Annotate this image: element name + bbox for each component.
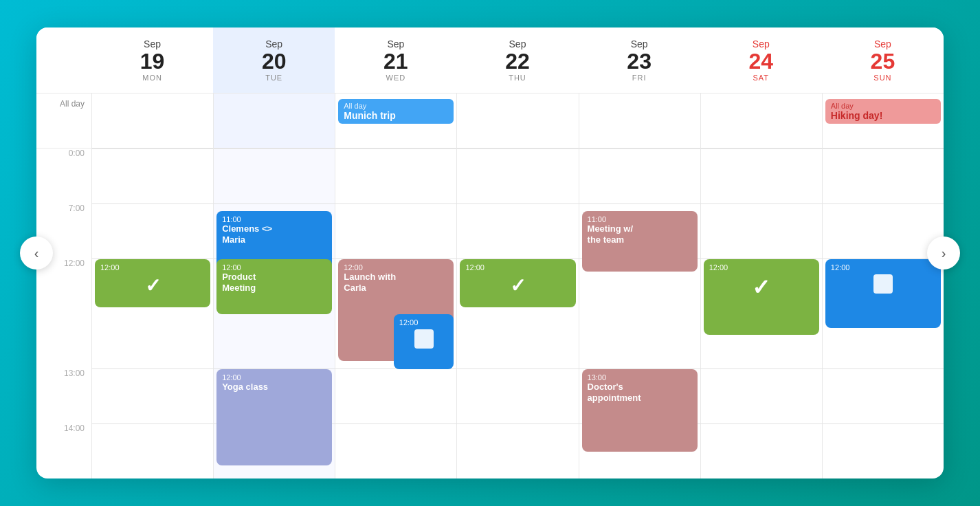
- allday-sun: All day Hiking day!: [822, 94, 944, 148]
- allday-fri: [579, 94, 700, 148]
- header-empty: [36, 28, 91, 93]
- allday-tue: [213, 94, 335, 148]
- cell-tue-12: 12:00 ProductMeeting: [213, 258, 335, 368]
- cell-tue-7: 11:00 Clemens <>Maria: [213, 204, 335, 258]
- next-button[interactable]: ›: [927, 236, 960, 270]
- allday-thu: [456, 94, 578, 148]
- time-label-0: 0:00: [36, 148, 91, 204]
- header-day-tue: Sep 20 TUE: [213, 28, 335, 93]
- event-yoga-class[interactable]: 12:00 Yoga class: [216, 369, 332, 465]
- prev-button[interactable]: ‹: [20, 236, 53, 270]
- cell-thu-14: [456, 424, 578, 478]
- cell-sat-12: 12:00 ✓: [700, 258, 822, 368]
- calendar: Sep 19 MON Sep 20 TUE Sep 21 WED Sep 22 …: [36, 28, 944, 478]
- calendar-header: Sep 19 MON Sep 20 TUE Sep 21 WED Sep 22 …: [36, 28, 944, 94]
- cell-thu-13: [456, 368, 578, 424]
- allday-label: All day: [36, 94, 91, 148]
- event-mon-check[interactable]: 12:00 ✓: [95, 259, 210, 307]
- cell-sun-7: [822, 204, 944, 258]
- allday-wed: All day Munich trip: [335, 94, 456, 148]
- cell-sun-0: [822, 148, 944, 204]
- time-label-13: 13:00: [36, 368, 91, 424]
- cell-sat-14: [700, 424, 822, 478]
- cell-mon-0: [91, 148, 213, 204]
- cell-mon-7: [91, 204, 213, 258]
- cell-tue-13: 12:00 Yoga class: [213, 368, 335, 424]
- cell-fri-13: 13:00 Doctor'sappointment: [579, 368, 700, 424]
- header-day-fri: Sep 23 FRI: [579, 28, 700, 93]
- header-day-wed: Sep 21 WED: [335, 28, 456, 93]
- cell-tue-0: [213, 148, 335, 204]
- event-meeting-team[interactable]: 11:00 Meeting w/the team: [582, 211, 698, 272]
- cell-thu-12: 12:00 ✓: [456, 258, 578, 368]
- header-day-sun: Sep 25 SUN: [822, 28, 944, 93]
- cell-sat-7: [700, 204, 822, 258]
- cell-wed-14: [335, 424, 456, 478]
- cell-thu-7: [456, 204, 578, 258]
- event-sun-square[interactable]: 12:00: [825, 259, 941, 328]
- event-munich-trip[interactable]: All day Munich trip: [338, 99, 454, 124]
- event-thu-check[interactable]: 12:00 ✓: [460, 259, 575, 307]
- cell-thu-0: [456, 148, 578, 204]
- event-product-meeting[interactable]: 12:00 ProductMeeting: [216, 259, 332, 314]
- event-doctors-appointment[interactable]: 13:00 Doctor'sappointment: [582, 369, 698, 452]
- cell-fri-0: [579, 148, 700, 204]
- cell-wed-0: [335, 148, 456, 204]
- header-day-mon: Sep 19 MON: [91, 28, 213, 93]
- calendar-body: All day All day Munich trip All day Hiki…: [36, 94, 944, 478]
- allday-mon: [91, 94, 213, 148]
- cell-wed-7: [335, 204, 456, 258]
- cell-fri-7: 11:00 Meeting w/the team: [579, 204, 700, 258]
- cell-mon-12: 12:00 ✓: [91, 258, 213, 368]
- cell-sun-13: [822, 368, 944, 424]
- header-day-sat: Sep 24 SAT: [700, 28, 822, 93]
- cell-sat-0: [700, 148, 822, 204]
- allday-sat: [700, 94, 822, 148]
- cell-sun-12: 12:00: [822, 258, 944, 368]
- cell-fri-12: [579, 258, 700, 368]
- time-label-14: 14:00: [36, 424, 91, 478]
- cell-wed-12: 12:00 Launch withCarla 12:00: [335, 258, 456, 368]
- cell-mon-13: [91, 368, 213, 424]
- cell-sun-14: [822, 424, 944, 478]
- cell-sat-13: [700, 368, 822, 424]
- event-hiking-day[interactable]: All day Hiking day!: [825, 99, 941, 124]
- event-wed-square[interactable]: 12:00: [394, 314, 454, 369]
- cell-wed-13: [335, 368, 456, 424]
- header-day-thu: Sep 22 THU: [456, 28, 578, 93]
- cell-mon-14: [91, 424, 213, 478]
- event-sat-check[interactable]: 12:00 ✓: [704, 259, 819, 335]
